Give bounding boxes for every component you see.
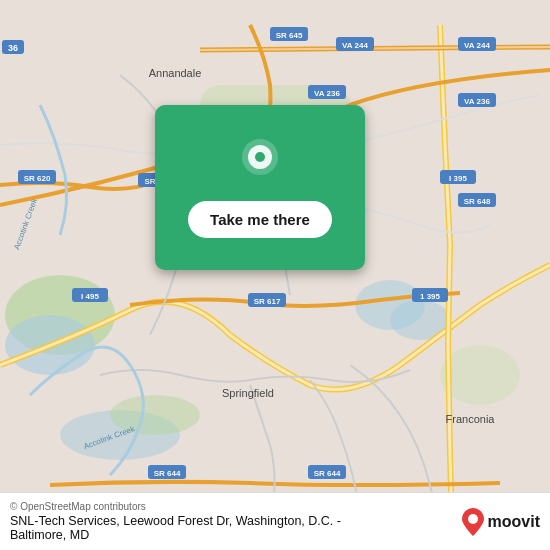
svg-text:1 395: 1 395 (420, 292, 441, 301)
svg-text:VA 244: VA 244 (342, 41, 368, 50)
action-card: Take me there (155, 105, 365, 270)
svg-text:Springfield: Springfield (222, 387, 274, 399)
svg-text:I 495: I 495 (81, 292, 99, 301)
svg-text:I 395: I 395 (449, 174, 467, 183)
svg-text:SR 644: SR 644 (154, 469, 181, 478)
moovit-logo: moovit (462, 508, 540, 536)
svg-point-46 (468, 514, 478, 524)
svg-text:SR 645: SR 645 (276, 31, 303, 40)
svg-text:VA 244: VA 244 (464, 41, 490, 50)
osm-credit: © OpenStreetMap contributors (10, 501, 400, 512)
map-container: SR 645 VA 244 VA 244 36 VA 236 VA 236 SR… (0, 0, 550, 550)
take-me-there-button[interactable]: Take me there (188, 201, 332, 238)
svg-point-5 (440, 345, 520, 405)
map-svg: SR 645 VA 244 VA 244 36 VA 236 VA 236 SR… (0, 0, 550, 550)
location-pin-icon (234, 137, 286, 189)
svg-text:SR 617: SR 617 (254, 297, 281, 306)
moovit-pin-icon (462, 508, 484, 536)
moovit-text: moovit (488, 513, 540, 531)
location-icon-wrap (234, 137, 286, 189)
svg-text:Annandale: Annandale (149, 67, 202, 79)
info-left: © OpenStreetMap contributors SNL-Tech Se… (10, 501, 400, 542)
svg-text:Franconia: Franconia (446, 413, 496, 425)
svg-text:Accotink Creek: Accotink Creek (12, 196, 39, 251)
svg-text:SR 644: SR 644 (314, 469, 341, 478)
svg-text:VA 236: VA 236 (314, 89, 340, 98)
svg-text:SR 620: SR 620 (24, 174, 51, 183)
svg-text:VA 236: VA 236 (464, 97, 490, 106)
location-text: SNL-Tech Services, Leewood Forest Dr, Wa… (10, 514, 400, 542)
info-bar: © OpenStreetMap contributors SNL-Tech Se… (0, 492, 550, 550)
svg-text:SR 648: SR 648 (464, 197, 491, 206)
svg-text:36: 36 (8, 43, 18, 53)
